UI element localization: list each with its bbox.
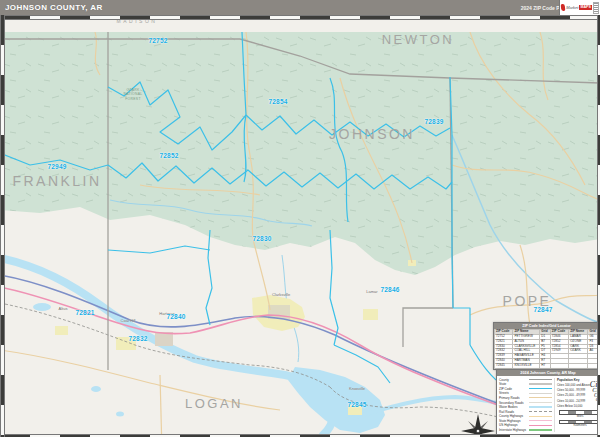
zip-label-72840: 72840 [166, 313, 185, 320]
county-label-logan: LOGAN [185, 396, 243, 411]
legend-line-swatch [529, 429, 552, 431]
zip-index-cell [550, 364, 568, 369]
zip-label-72752: 72752 [148, 37, 167, 44]
zip-index-table: ZIP Code Index/Grid Locator ZIP CodeZIP … [493, 322, 600, 370]
legend-item-label: State Highways [499, 419, 529, 423]
map-legend: 2024 Johnson County, AR Map CountyStateZ… [496, 369, 600, 435]
national-forest-region [0, 32, 600, 275]
zip-label-72949: 72949 [47, 163, 66, 170]
legend-line-swatch [529, 397, 552, 398]
legend-item-label: Water Bodies [499, 405, 529, 409]
zip-label-72832: 72832 [128, 335, 147, 342]
usa-map-icon [561, 4, 566, 11]
zip-index-cell: H7 [540, 364, 551, 369]
map-application-window: { "header": { "title": "JOHNSON COUNTY, … [0, 0, 600, 437]
city-key-label: Cities 10,000 - 24,999 [557, 399, 585, 403]
town-label-clarksville: Clarksville [272, 292, 290, 297]
zip-index-cell: KNOXVILLE [513, 364, 540, 369]
city-key-label: Cities 25,000 - 49,999 [557, 393, 585, 397]
forest-name-label: OZARK NATIONAL FOREST [118, 88, 148, 101]
county-label-johnson: JOHNSON [329, 126, 415, 142]
county-label-newton: NEWTON [382, 32, 455, 47]
scale-bars: MilesKilometers [557, 410, 600, 427]
legend-city-key: Population Key Cities 100,000 and AboveC… [554, 378, 600, 433]
town-label-altus: Altus [59, 306, 68, 311]
town-label-lamar: Lamar [366, 289, 377, 294]
zip-index-cell [569, 364, 588, 369]
header-bar: JOHNSON COUNTY, AR 2024 ZIP Code Premium… [0, 0, 600, 15]
zip-index-cell: 72845 [495, 364, 513, 369]
legend-item-label: Primary Roads [499, 396, 529, 400]
page-title: JOHNSON COUNTY, AR [0, 3, 103, 12]
legend-line-swatch [529, 393, 552, 394]
legend-line-swatch [529, 425, 552, 426]
legend-item-label: US Highways [499, 423, 529, 427]
map-frame-ruler-top [0, 15, 600, 20]
legend-item-label: County Highways [499, 414, 529, 418]
legend-item-label: State [499, 382, 529, 386]
legend-line-swatch [529, 411, 552, 412]
legend-line-swatch [529, 388, 552, 389]
zip-label-72839: 72839 [424, 118, 443, 125]
legend-item-interstate-highways: Interstate Highways [499, 428, 554, 433]
legend-item-label: Interstate Highways [499, 428, 529, 432]
zip-label-72821: 72821 [75, 309, 94, 316]
scale-bar-label: Miles [557, 415, 600, 418]
zip-label-72846: 72846 [380, 286, 399, 293]
legend-item-label: Streets [499, 391, 529, 395]
legend-line-swatch [529, 379, 552, 380]
scale-bar-label: Kilometers [557, 424, 600, 427]
zip-label-72852: 72852 [159, 152, 178, 159]
legend-line-items: CountyStateZIP CodeStreetsPrimary RoadsS… [499, 378, 554, 433]
zip-label-72845: 72845 [347, 401, 366, 408]
legend-line-swatch [529, 420, 552, 421]
town-label-coal-hill: Coal Hill [121, 318, 136, 323]
publisher-logo: Market MAPS [559, 0, 600, 15]
legend-line-swatch [529, 416, 552, 417]
legend-line-swatch [529, 383, 552, 385]
legend-item-label: Rail Roads [499, 410, 529, 414]
map-frame-ruler-left [0, 15, 5, 437]
zip-label-72847: 72847 [533, 306, 552, 313]
city-key-label: Cities 50,000 - 99,999 [557, 388, 585, 392]
county-label-franklin: FRANKLIN [12, 173, 101, 189]
logo-maps-text: MAPS [579, 5, 591, 10]
legend-line-swatch [529, 402, 552, 403]
zip-index-row: 72845KNOXVILLEH7 [495, 364, 599, 369]
zip-label-72854: 72854 [268, 98, 287, 105]
legend-item-label: ZIP Code [499, 387, 529, 391]
zip-label-72830: 72830 [252, 235, 271, 242]
city-key-item: Cities 25,000 - 49,999City [557, 393, 600, 398]
legend-item-label: Secondary Roads [499, 401, 529, 405]
city-key-item: Cities Below 10,000• [557, 403, 600, 408]
legend-item-label: County [499, 378, 529, 382]
city-key-label: Cities 100,000 and Above [557, 383, 590, 387]
logo-fineprint-block [593, 2, 599, 14]
town-label-knoxville: Knoxville [349, 386, 365, 391]
logo-script-text: Market [566, 6, 578, 10]
legend-line-swatch [529, 406, 552, 408]
city-key-label: Cities Below 10,000 [557, 404, 583, 408]
